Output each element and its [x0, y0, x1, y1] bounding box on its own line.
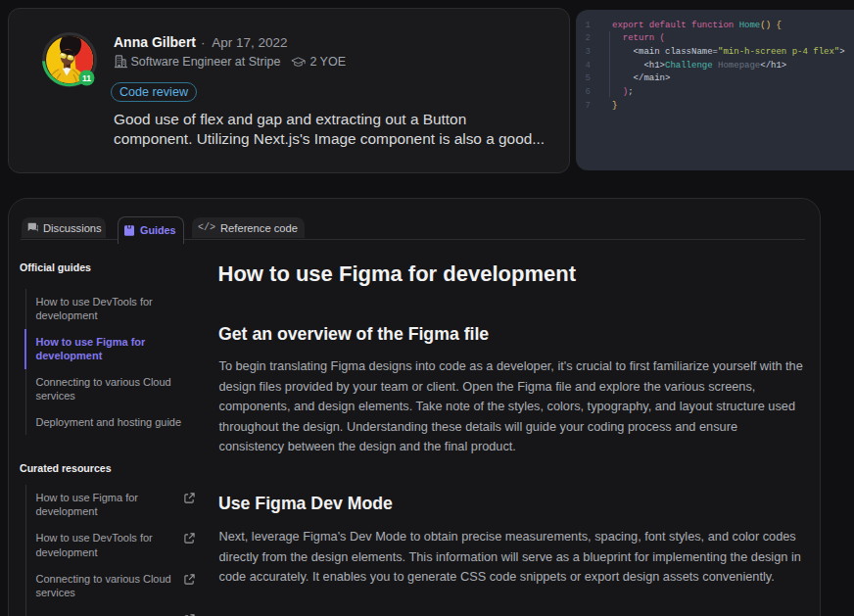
- svg-text:11: 11: [82, 73, 91, 83]
